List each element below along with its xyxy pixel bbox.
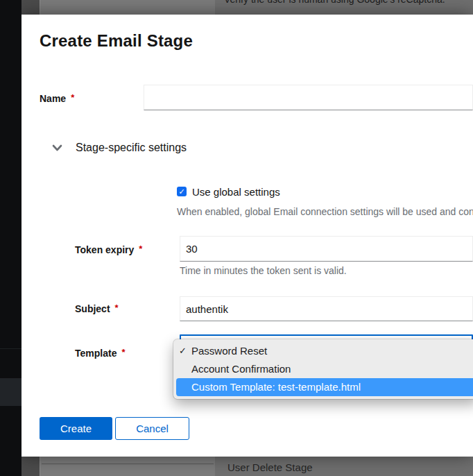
name-label-text: Name bbox=[40, 93, 66, 104]
checkbox-check-icon: ✓ bbox=[178, 188, 184, 196]
name-label: Name* bbox=[40, 93, 74, 104]
group-header-label: Stage-specific settings bbox=[76, 142, 187, 154]
token-expiry-input[interactable] bbox=[180, 236, 473, 262]
background-cell-border bbox=[42, 464, 214, 464]
background-sidebar-edge bbox=[22, 457, 40, 476]
menu-item-label: Custom Template: test-template.html bbox=[191, 381, 361, 393]
token-expiry-label: Token expiry* bbox=[75, 244, 142, 255]
subject-label-text: Subject bbox=[75, 303, 110, 314]
required-asterisk: * bbox=[115, 303, 119, 313]
menu-item-label: Account Confirmation bbox=[191, 363, 291, 375]
subject-input[interactable] bbox=[180, 296, 473, 321]
template-label-text: Template bbox=[75, 348, 117, 359]
required-asterisk: * bbox=[121, 347, 125, 357]
menu-item-password-reset[interactable]: ✓ Password Reset bbox=[173, 342, 473, 360]
template-dropdown-menu: ✓ Password Reset Account Confirmation Cu… bbox=[173, 339, 473, 399]
sidebar-nav-item-dimmed bbox=[0, 378, 22, 406]
cancel-button[interactable]: Cancel bbox=[115, 417, 189, 440]
background-page-bottom: User Delete Stage bbox=[22, 457, 473, 476]
create-button[interactable]: Create bbox=[40, 417, 112, 440]
token-expiry-help: Time in minutes the token sent is valid. bbox=[180, 265, 473, 276]
template-label: Template* bbox=[75, 348, 126, 359]
background-table-cell bbox=[40, 457, 215, 476]
app-sidebar-dimmed bbox=[0, 0, 22, 476]
subject-label: Subject* bbox=[75, 303, 119, 314]
use-global-settings-checkbox[interactable]: ✓ bbox=[177, 187, 187, 196]
background-page-top: Verify the user is human using Google's … bbox=[22, 0, 473, 15]
background-table-cell bbox=[40, 0, 215, 15]
token-expiry-label-text: Token expiry bbox=[75, 244, 134, 255]
menu-item-label: Password Reset bbox=[191, 345, 267, 357]
chevron-down-icon bbox=[52, 144, 62, 151]
background-user-delete-stage-text: User Delete Stage bbox=[227, 461, 313, 473]
background-recaptcha-text: Verify the user is human using Google's … bbox=[224, 0, 445, 5]
modal-title: Create Email Stage bbox=[40, 31, 193, 51]
required-asterisk: * bbox=[71, 92, 74, 103]
screen: Verify the user is human using Google's … bbox=[0, 0, 473, 476]
menu-item-custom-template[interactable]: Custom Template: test-template.html bbox=[176, 378, 473, 396]
name-input[interactable] bbox=[144, 85, 473, 110]
stage-specific-settings-toggle[interactable]: Stage-specific settings bbox=[52, 140, 187, 155]
sidebar-divider bbox=[0, 348, 22, 349]
background-sidebar-edge bbox=[22, 0, 40, 15]
menu-item-account-confirmation[interactable]: Account Confirmation bbox=[173, 360, 473, 378]
use-global-settings-help: When enabled, global Email connection se… bbox=[177, 206, 473, 217]
required-asterisk: * bbox=[139, 244, 142, 254]
selected-check-icon: ✓ bbox=[179, 342, 190, 360]
use-global-settings-label[interactable]: Use global settings bbox=[192, 186, 280, 198]
